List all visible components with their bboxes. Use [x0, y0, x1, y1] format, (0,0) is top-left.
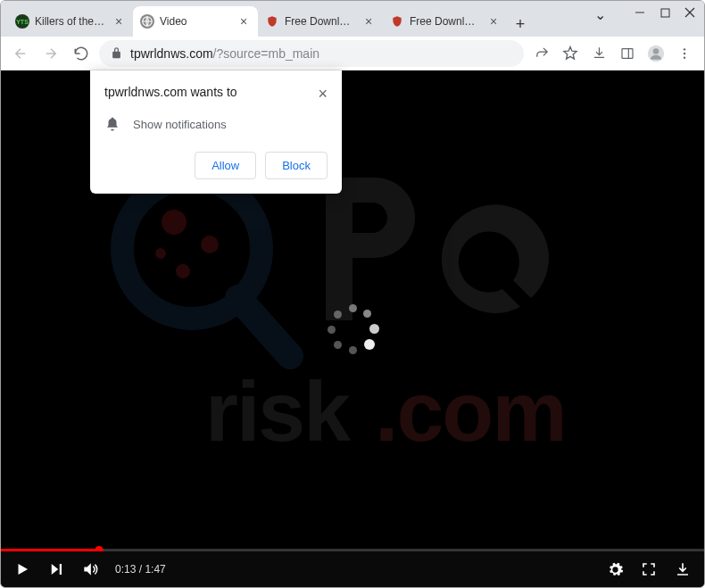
- svg-point-9: [684, 48, 685, 50]
- allow-button[interactable]: Allow: [195, 152, 256, 179]
- download-video-button[interactable]: [674, 560, 692, 578]
- svg-point-15: [201, 236, 219, 253]
- lock-icon: [110, 46, 123, 60]
- tab-overflow-icon[interactable]: ⌄: [594, 6, 606, 23]
- tab-title: Video: [160, 15, 231, 28]
- svg-point-17: [155, 248, 166, 259]
- svg-rect-2: [661, 9, 669, 17]
- sidepanel-button[interactable]: [615, 41, 640, 66]
- permission-site-label: tpwrldnws.com wants to: [104, 85, 237, 99]
- favicon-shield: [265, 14, 279, 29]
- svg-line-13: [238, 298, 290, 356]
- favicon-globe: [140, 14, 154, 29]
- svg-point-8: [653, 48, 659, 54]
- close-window-button[interactable]: [677, 3, 702, 22]
- svg-point-16: [176, 264, 190, 278]
- tab-strip: YTS Killers of the Flo × Video × Free Do…: [8, 6, 533, 37]
- svg-point-11: [684, 56, 685, 58]
- minimize-button[interactable]: [627, 3, 652, 22]
- svg-rect-5: [622, 48, 633, 58]
- tab-title: Free Download: [285, 15, 356, 28]
- new-tab-button[interactable]: +: [508, 12, 533, 37]
- toolbar-right: [529, 41, 697, 66]
- favicon-yts: YTS: [15, 14, 29, 29]
- play-button[interactable]: [13, 560, 31, 578]
- profile-button[interactable]: [643, 41, 668, 66]
- menu-button[interactable]: [672, 41, 697, 66]
- settings-button[interactable]: [606, 560, 624, 578]
- permission-request-label: Show notifications: [133, 118, 227, 131]
- next-button[interactable]: [47, 560, 65, 578]
- tab-freedl2[interactable]: Free Download ×: [383, 6, 508, 37]
- close-tab-icon[interactable]: ×: [486, 14, 501, 29]
- tab-title: Free Download: [410, 15, 481, 28]
- tab-video[interactable]: Video ×: [133, 6, 258, 37]
- maximize-button[interactable]: [652, 3, 677, 22]
- share-button[interactable]: [529, 41, 554, 66]
- favicon-shield: [390, 14, 404, 29]
- window-title-bar: YTS Killers of the Flo × Video × Free Do…: [1, 1, 704, 37]
- close-tab-icon[interactable]: ×: [112, 14, 126, 29]
- close-tab-icon[interactable]: ×: [361, 14, 376, 29]
- window-controls: [627, 3, 702, 22]
- fullscreen-button[interactable]: [640, 560, 658, 578]
- svg-point-14: [162, 210, 187, 235]
- tab-killers[interactable]: YTS Killers of the Flo ×: [8, 6, 133, 37]
- omnibox[interactable]: tpwrldnws.com/?source=mb_main: [99, 40, 524, 67]
- downloads-button[interactable]: [586, 41, 611, 66]
- notification-permission-dialog: tpwrldnws.com wants to × Show notificati…: [90, 70, 342, 194]
- video-time: 0:13 / 1:47: [115, 563, 166, 576]
- svg-text:.com: .com: [375, 364, 566, 459]
- address-bar: tpwrldnws.com/?source=mb_main: [1, 37, 704, 70]
- close-tab-icon[interactable]: ×: [236, 14, 251, 29]
- url-text: tpwrldnws.com/?source=mb_main: [130, 46, 319, 61]
- reload-button[interactable]: [69, 41, 94, 66]
- bell-icon: [104, 116, 120, 132]
- forward-button[interactable]: [38, 41, 63, 66]
- loading-spinner: [326, 302, 379, 356]
- bookmark-button[interactable]: [558, 41, 583, 66]
- svg-text:risk: risk: [205, 364, 351, 459]
- video-controls: 0:13 / 1:47: [1, 551, 704, 587]
- back-button[interactable]: [8, 41, 33, 66]
- svg-point-10: [684, 52, 685, 54]
- volume-button[interactable]: [81, 560, 99, 578]
- tab-freedl1[interactable]: Free Download ×: [258, 6, 383, 37]
- block-button[interactable]: Block: [265, 152, 328, 179]
- close-dialog-button[interactable]: ×: [318, 85, 328, 104]
- tab-title: Killers of the Flo: [35, 15, 106, 28]
